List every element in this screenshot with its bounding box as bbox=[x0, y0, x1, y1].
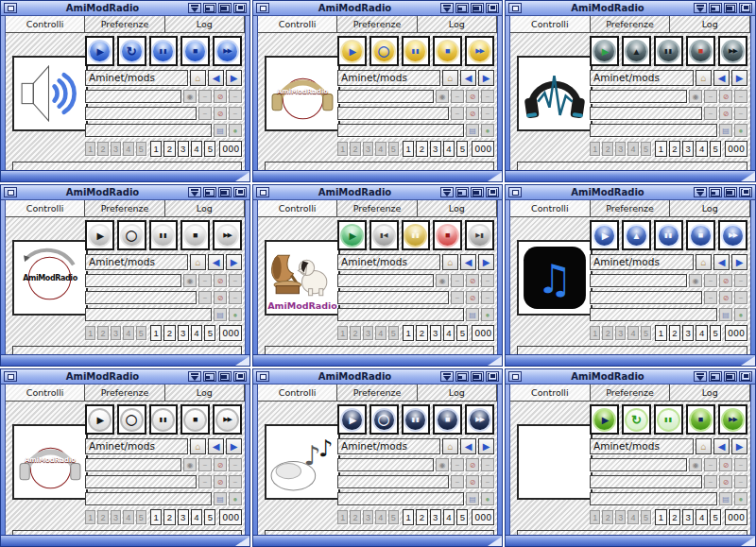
play-button[interactable]: ▶ bbox=[590, 404, 619, 435]
pause-button[interactable]: ▮▮ bbox=[402, 220, 431, 250]
stop-button[interactable]: ■ bbox=[433, 220, 462, 250]
module-path-input[interactable]: Aminet/mods bbox=[85, 438, 188, 454]
home-button[interactable]: ⌂ bbox=[190, 70, 206, 86]
pause-button[interactable]: ▮▮ bbox=[149, 404, 179, 435]
preset-3[interactable]: 3 bbox=[682, 325, 694, 341]
preset-4[interactable]: 4 bbox=[191, 325, 202, 341]
arrow-left-button[interactable]: ◀ bbox=[208, 70, 224, 86]
gear-button[interactable]: ◉ bbox=[436, 90, 449, 103]
minus-1-button[interactable]: − bbox=[704, 107, 717, 120]
cancel-button[interactable]: ⊘ bbox=[719, 90, 732, 103]
minus-1-button[interactable]: − bbox=[451, 291, 464, 304]
preset-disabled-5[interactable]: 5 bbox=[388, 326, 399, 340]
preset-5[interactable]: 5 bbox=[710, 325, 721, 341]
preset-disabled-4[interactable]: 4 bbox=[627, 510, 638, 524]
tab-controlli[interactable]: Controlli bbox=[510, 200, 591, 216]
resize-gadget-icon[interactable] bbox=[740, 171, 755, 181]
zoom-gadget-icon[interactable] bbox=[471, 187, 484, 197]
tab-controlli[interactable]: Controlli bbox=[258, 16, 337, 32]
resize-gadget-icon[interactable] bbox=[740, 536, 755, 546]
preset-1[interactable]: 1 bbox=[403, 141, 414, 157]
minus-1-button[interactable]: − bbox=[704, 458, 717, 471]
sphere-button[interactable]: ● bbox=[481, 492, 494, 505]
zoom-gadget-icon[interactable] bbox=[471, 3, 484, 13]
arrow-right-button[interactable]: ▶ bbox=[226, 254, 242, 270]
cancel-button[interactable]: ⊘ bbox=[466, 107, 479, 120]
tab-log[interactable]: Log bbox=[165, 200, 245, 216]
preset-disabled-1[interactable]: 1 bbox=[337, 510, 348, 524]
tab-log[interactable]: Log bbox=[670, 16, 750, 32]
minus-2-button[interactable]: − bbox=[481, 291, 494, 304]
cancel-button[interactable]: ⊘ bbox=[466, 90, 479, 103]
cancel-button[interactable]: ⊘ bbox=[466, 458, 479, 471]
snapshot-gadget-icon[interactable] bbox=[455, 371, 469, 382]
forward-button[interactable]: ▶▶ bbox=[465, 36, 494, 66]
depth-gadget-icon[interactable] bbox=[739, 371, 752, 382]
zoom-gadget-icon[interactable] bbox=[218, 187, 232, 197]
pause-button[interactable]: ▮▮ bbox=[654, 36, 683, 66]
minus-2-button[interactable]: − bbox=[229, 274, 242, 287]
depth-gadget-icon[interactable] bbox=[486, 371, 499, 382]
tab-preferenze[interactable]: Preferenze bbox=[591, 385, 671, 401]
pause-button[interactable]: ▮▮ bbox=[402, 404, 431, 435]
forward-button[interactable]: ▶▶ bbox=[718, 220, 747, 250]
cancel-button[interactable]: ⊘ bbox=[214, 107, 227, 120]
minus-2-button[interactable]: − bbox=[734, 107, 747, 120]
module-path-input[interactable]: Aminet/mods bbox=[85, 254, 188, 270]
preset-3[interactable]: 3 bbox=[430, 509, 441, 525]
cancel-button[interactable]: ⊘ bbox=[214, 475, 227, 488]
resize-gadget-icon[interactable] bbox=[487, 355, 502, 366]
tab-controlli[interactable]: Controlli bbox=[258, 200, 337, 216]
gear-button[interactable]: ◉ bbox=[436, 458, 449, 471]
zoom-gadget-icon[interactable] bbox=[724, 371, 737, 382]
preset-disabled-5[interactable]: 5 bbox=[388, 142, 399, 156]
tab-preferenze[interactable]: Preferenze bbox=[591, 200, 671, 216]
preset-disabled-1[interactable]: 1 bbox=[590, 326, 600, 340]
module-path-input[interactable]: Aminet/mods bbox=[590, 438, 694, 454]
snapshot-gadget-icon[interactable] bbox=[709, 3, 722, 13]
save-disk-button[interactable]: ▤ bbox=[214, 124, 227, 137]
minus-2-button[interactable]: − bbox=[481, 274, 494, 287]
preset-2[interactable]: 2 bbox=[669, 141, 680, 157]
iconify-gadget-icon[interactable] bbox=[188, 371, 201, 382]
arrow-right-button[interactable]: ▶ bbox=[731, 438, 747, 454]
preset-disabled-3[interactable]: 3 bbox=[363, 510, 373, 524]
home-button[interactable]: ⌂ bbox=[696, 254, 712, 270]
preset-4[interactable]: 4 bbox=[443, 509, 455, 525]
snapshot-gadget-icon[interactable] bbox=[203, 187, 216, 197]
preset-disabled-3[interactable]: 3 bbox=[111, 142, 121, 156]
next-button[interactable]: ▶▮ bbox=[465, 220, 494, 250]
preset-disabled-4[interactable]: 4 bbox=[123, 326, 133, 340]
snapshot-gadget-icon[interactable] bbox=[455, 187, 469, 197]
preset-disabled-1[interactable]: 1 bbox=[85, 142, 95, 156]
preset-2[interactable]: 2 bbox=[163, 141, 175, 157]
preset-disabled-4[interactable]: 4 bbox=[375, 510, 386, 524]
preset-1[interactable]: 1 bbox=[403, 325, 414, 341]
preset-2[interactable]: 2 bbox=[416, 509, 427, 525]
save-disk-button[interactable]: ▤ bbox=[466, 308, 479, 321]
preset-disabled-2[interactable]: 2 bbox=[350, 510, 360, 524]
standby-button[interactable]: ◯ bbox=[117, 220, 146, 250]
preset-disabled-4[interactable]: 4 bbox=[123, 510, 133, 524]
arrow-left-button[interactable]: ◀ bbox=[460, 70, 476, 86]
arrow-left-button[interactable]: ◀ bbox=[713, 254, 730, 270]
preset-disabled-4[interactable]: 4 bbox=[627, 142, 638, 156]
gear-button[interactable]: ◉ bbox=[183, 274, 197, 287]
arrow-left-button[interactable]: ◀ bbox=[208, 254, 224, 270]
sphere-button[interactable]: ● bbox=[229, 124, 242, 137]
tab-log[interactable]: Log bbox=[165, 16, 245, 32]
preset-disabled-4[interactable]: 4 bbox=[627, 326, 638, 340]
preset-4[interactable]: 4 bbox=[696, 141, 707, 157]
arrow-left-button[interactable]: ◀ bbox=[208, 438, 224, 454]
arrow-right-button[interactable]: ▶ bbox=[478, 70, 494, 86]
preset-2[interactable]: 2 bbox=[416, 141, 427, 157]
preset-disabled-5[interactable]: 5 bbox=[641, 326, 651, 340]
preset-disabled-1[interactable]: 1 bbox=[337, 142, 348, 156]
tab-preferenze[interactable]: Preferenze bbox=[85, 200, 164, 216]
cancel-button[interactable]: ⊘ bbox=[214, 291, 227, 304]
forward-button[interactable]: ▶▶ bbox=[718, 36, 747, 66]
close-gadget-icon[interactable] bbox=[4, 3, 17, 13]
minus-2-button[interactable]: − bbox=[734, 475, 747, 488]
preset-5[interactable]: 5 bbox=[456, 509, 468, 525]
minus-1-button[interactable]: − bbox=[198, 90, 212, 103]
